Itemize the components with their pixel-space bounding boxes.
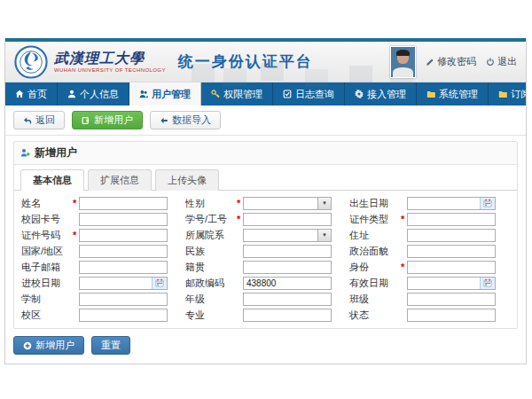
form-field: 年级	[185, 292, 349, 306]
field-input[interactable]	[244, 309, 331, 321]
tab-ext-info[interactable]: 扩展信息	[88, 169, 152, 191]
nav-item-profile[interactable]: 个人信息	[58, 82, 129, 106]
field-input[interactable]	[244, 246, 331, 257]
field-label: 证件号码	[21, 229, 73, 242]
nav-item-perm-mgmt[interactable]: 权限管理	[201, 82, 273, 106]
field-label: 电子邮箱	[21, 261, 73, 274]
back-button-label: 返回	[35, 114, 55, 126]
add-record-icon	[82, 116, 90, 125]
nav-item-label: 权限管理	[223, 88, 262, 101]
tab-upload-avatar[interactable]: 上传头像	[155, 169, 219, 191]
field-input[interactable]	[244, 278, 331, 289]
field-control	[243, 277, 332, 290]
field-input[interactable]	[80, 278, 152, 289]
field-control	[407, 277, 496, 290]
calendar-icon[interactable]	[480, 278, 495, 289]
university-name-block: 武漢理工大學 WUHAN UNIVERSITY OF TECHNOLOGY	[54, 51, 166, 73]
nav-item-access-mgmt[interactable]: 接入管理	[345, 82, 417, 106]
field-input[interactable]	[408, 293, 495, 305]
field-input[interactable]	[408, 198, 480, 209]
skyline-decoration	[192, 64, 215, 82]
back-arrow-icon	[23, 116, 32, 125]
field-control	[79, 261, 168, 274]
field-control	[79, 277, 168, 290]
field-label: 专业	[185, 309, 237, 322]
field-input[interactable]	[408, 262, 495, 273]
nav-item-log-query[interactable]: 日志查询	[273, 82, 345, 106]
field-control	[79, 309, 168, 322]
field-input[interactable]	[408, 246, 495, 257]
field-control	[407, 197, 496, 210]
power-icon	[486, 58, 495, 66]
field-input[interactable]	[408, 214, 495, 225]
user-avatar[interactable]	[390, 46, 416, 78]
column-header: 学号/工号	[39, 364, 102, 365]
panel-tabs: 基本信息扩展信息上传头像	[14, 165, 517, 191]
calendar-icon[interactable]	[480, 198, 495, 209]
form-field: 住址	[349, 228, 513, 242]
field-input[interactable]	[80, 198, 167, 209]
nav-item-user-mgmt[interactable]: 用户管理	[129, 82, 201, 106]
field-label: 有效日期	[349, 277, 401, 290]
field-input[interactable]	[408, 309, 495, 321]
checklist-icon	[283, 90, 292, 98]
field-label: 证件类型	[349, 213, 401, 226]
field-input[interactable]	[408, 278, 480, 289]
back-button[interactable]: 返回	[13, 111, 65, 129]
field-label: 学制	[21, 293, 73, 306]
nav-item-sys-mgmt[interactable]: 系统管理	[417, 82, 489, 106]
dropdown-arrow-icon[interactable]: ▼	[317, 198, 331, 209]
field-input[interactable]	[244, 214, 331, 225]
field-input[interactable]	[244, 230, 317, 241]
reset-button[interactable]: 重置	[91, 336, 130, 355]
field-control	[79, 213, 168, 226]
nav-item-label: 系统管理	[439, 88, 478, 101]
reset-button-label: 重置	[101, 340, 121, 351]
field-control	[79, 293, 168, 306]
field-input[interactable]	[80, 214, 167, 225]
data-import-button[interactable]: 数据导入	[150, 111, 221, 129]
calendar-icon[interactable]	[152, 278, 167, 289]
field-input[interactable]	[80, 293, 167, 305]
field-label: 政治面貌	[349, 245, 401, 258]
form-field: 民族	[185, 244, 349, 258]
field-control	[407, 245, 496, 258]
user-icon	[67, 90, 76, 98]
submit-add-user-button[interactable]: 新增用户	[13, 336, 84, 355]
field-input[interactable]	[80, 309, 167, 321]
nav-item-sub-mgmt[interactable]: 订阅管理	[489, 82, 527, 106]
field-control	[243, 261, 332, 274]
field-label: 年级	[185, 293, 237, 306]
form-field: 籍贯	[185, 260, 349, 274]
add-user-panel: 新增用户 基本信息扩展信息上传头像 姓名*性别*▼出生日期校园卡号学号/工号*证…	[13, 141, 518, 329]
required-asterisk: *	[401, 262, 407, 272]
field-input[interactable]	[244, 262, 331, 273]
field-input[interactable]	[408, 230, 495, 241]
field-input[interactable]	[244, 198, 317, 209]
university-logo	[14, 45, 48, 79]
column-header: 姓名	[102, 364, 162, 365]
change-password-link[interactable]: 修改密码	[426, 55, 476, 68]
field-input[interactable]	[244, 293, 331, 305]
field-input[interactable]	[80, 246, 167, 257]
add-user-toolbar-button[interactable]: 新增用户	[72, 111, 143, 129]
form-field: 校园卡号	[21, 212, 185, 226]
form-field: 专业	[185, 308, 349, 322]
field-label: 民族	[185, 245, 237, 258]
field-label: 籍贯	[185, 261, 237, 274]
field-label: 校园卡号	[21, 213, 73, 226]
field-control	[407, 229, 496, 242]
tab-basic-info[interactable]: 基本信息	[20, 169, 84, 191]
dropdown-arrow-icon[interactable]: ▼	[317, 230, 331, 241]
folder-icon	[426, 90, 435, 98]
user-plus-icon	[20, 148, 30, 158]
field-control	[407, 293, 496, 306]
logout-link[interactable]: 退出	[486, 55, 517, 68]
field-label: 进校日期	[21, 277, 73, 290]
field-input[interactable]	[80, 262, 167, 273]
form-field: 证件类型*	[349, 212, 513, 226]
form-field: 邮政编码	[185, 276, 349, 290]
field-input[interactable]	[80, 230, 167, 241]
nav-item-home[interactable]: 首页	[5, 82, 58, 106]
main-nav: 首页个人信息用户管理权限管理日志查询接入管理系统管理订阅管理	[5, 82, 526, 106]
